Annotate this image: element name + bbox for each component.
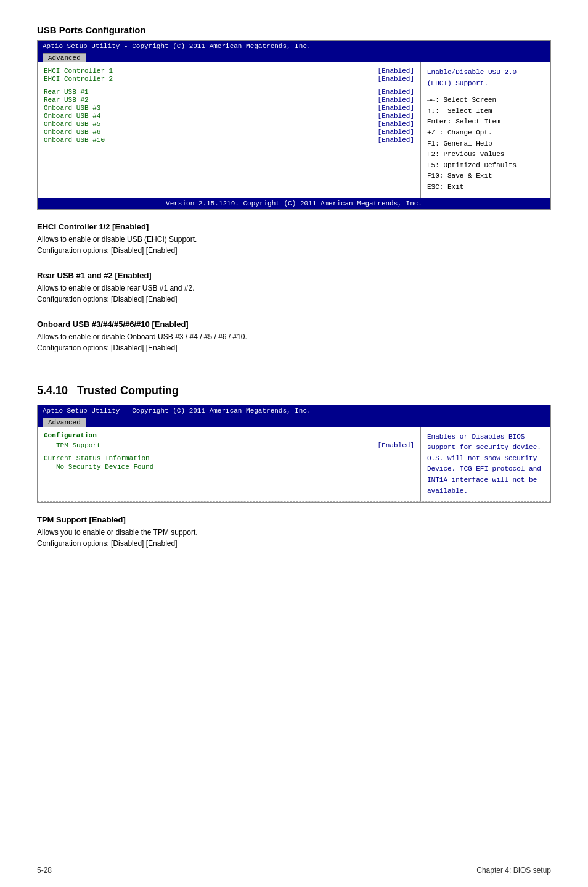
trusted-bios-tab[interactable]: Advanced — [43, 418, 86, 427]
trusted-tpm-label: TPM Support — [44, 442, 101, 449]
usb-ob5-label: Onboard USB #5 — [44, 120, 100, 128]
usb-help-text: Enable/Disable USB 2.0 (EHCI) Support. — [427, 67, 544, 89]
trusted-bios-left: Configuration TPM Support [Enabled] Curr… — [38, 427, 421, 502]
trusted-spacer — [44, 450, 414, 455]
key-f1: F1: General Help — [427, 139, 544, 150]
onboard-usb-subsection-title: Onboard USB #3/#4/#5/#6/#10 [Enabled] — [37, 320, 551, 329]
usb-bios-tab[interactable]: Advanced — [43, 53, 86, 62]
usb-ehci1-value: [Enabled] — [378, 67, 414, 75]
ehci-subsection-title: EHCI Controller 1/2 [Enabled] — [37, 222, 551, 231]
tpm-desc2: Configuration options: [Disabled] [Enabl… — [37, 538, 551, 549]
usb-rear2-value: [Enabled] — [378, 96, 414, 104]
usb-bios-body: EHCI Controller 1 [Enabled] EHCI Control… — [38, 62, 550, 198]
tpm-subsection: TPM Support [Enabled] Allows you to enab… — [37, 515, 551, 549]
tpm-subsection-title: TPM Support [Enabled] — [37, 515, 551, 524]
usb-ob10-label: Onboard USB #10 — [44, 136, 105, 144]
trusted-computing-title: 5.4.10 Trusted Computing — [37, 384, 551, 397]
usb-rear2-row: Rear USB #2 [Enabled] — [44, 96, 414, 104]
trusted-bios-tab-row: Advanced — [38, 416, 550, 427]
trusted-status-label: Current Status Information — [44, 455, 414, 462]
trusted-tpm-row: TPM Support [Enabled] — [44, 442, 414, 449]
usb-ehci1-label: EHCI Controller 1 — [44, 67, 113, 75]
trusted-help-text: Enables or Disables BIOS support for sec… — [427, 432, 544, 497]
trusted-bios-box: Aptio Setup Utility - Copyright (C) 2011… — [37, 405, 551, 503]
rear-usb-subsection: Rear USB #1 and #2 [Enabled] Allows to e… — [37, 271, 551, 305]
usb-spacer1 — [44, 83, 414, 88]
key-f2: F2: Previous Values — [427, 149, 544, 160]
usb-ob5-value: [Enabled] — [378, 120, 414, 128]
usb-ob3-label: Onboard USB #3 — [44, 104, 100, 112]
usb-ports-section: USB Ports Configuration Aptio Setup Util… — [37, 25, 551, 353]
usb-bios-tab-row: Advanced — [38, 52, 550, 62]
usb-ob6-value: [Enabled] — [378, 128, 414, 136]
usb-rear1-label: Rear USB #1 — [44, 88, 89, 96]
usb-bottom-spacer — [44, 144, 414, 169]
usb-ob3-row: Onboard USB #3 [Enabled] — [44, 104, 414, 112]
key-enter: Enter: Select Item — [427, 117, 544, 128]
usb-ob6-label: Onboard USB #6 — [44, 128, 100, 136]
usb-rear1-value: [Enabled] — [378, 88, 414, 96]
onboard-usb-subsection: Onboard USB #3/#4/#5/#6/#10 [Enabled] Al… — [37, 320, 551, 353]
usb-ob10-value: [Enabled] — [378, 136, 414, 144]
trusted-bios-header: Aptio Setup Utility - Copyright (C) 2011… — [38, 405, 550, 416]
usb-bios-left: EHCI Controller 1 [Enabled] EHCI Control… — [38, 62, 421, 198]
trusted-status-value: No Security Device Found — [44, 463, 414, 471]
usb-ob5-row: Onboard USB #5 [Enabled] — [44, 120, 414, 128]
trusted-bottom-spacer — [44, 471, 414, 483]
usb-bios-footer: Version 2.15.1219. Copyright (C) 2011 Am… — [38, 198, 550, 209]
page-number: 5-28 — [37, 866, 52, 875]
usb-rear2-label: Rear USB #2 — [44, 96, 89, 104]
ehci-subsection: EHCI Controller 1/2 [Enabled] Allows to … — [37, 222, 551, 256]
rear-usb-desc2: Configuration options: [Disabled] [Enabl… — [37, 294, 551, 305]
usb-ob10-row: Onboard USB #10 [Enabled] — [44, 136, 414, 144]
usb-bios-right: Enable/Disable USB 2.0 (EHCI) Support. →… — [421, 62, 550, 198]
onboard-usb-desc1: Allows to enable or disable Onboard USB … — [37, 331, 551, 342]
key-screen: →←: Select Screen — [427, 95, 544, 106]
trusted-bios-body: Configuration TPM Support [Enabled] Curr… — [38, 427, 550, 502]
key-change: +/-: Change Opt. — [427, 128, 544, 139]
key-f5: F5: Optimized Defaults — [427, 160, 544, 171]
usb-ehci2-row: EHCI Controller 2 [Enabled] — [44, 75, 414, 83]
usb-rear1-row: Rear USB #1 [Enabled] — [44, 88, 414, 96]
usb-bios-box: Aptio Setup Utility - Copyright (C) 2011… — [37, 40, 551, 210]
key-item: ↑↓: Select Item — [427, 106, 544, 117]
trusted-bios-separator — [38, 501, 550, 502]
rear-usb-desc1: Allows to enable or disable rear USB #1 … — [37, 283, 551, 294]
trusted-section-name: Trusted Computing — [77, 384, 179, 397]
usb-ob4-value: [Enabled] — [378, 112, 414, 120]
trusted-config-label: Configuration — [44, 432, 414, 439]
usb-ob4-label: Onboard USB #4 — [44, 112, 100, 120]
usb-bios-header: Aptio Setup Utility - Copyright (C) 2011… — [38, 41, 550, 52]
usb-ob3-value: [Enabled] — [378, 104, 414, 112]
usb-ehci1-row: EHCI Controller 1 [Enabled] — [44, 67, 414, 75]
ehci-desc1: Allows to enable or disable USB (EHCI) S… — [37, 234, 551, 245]
trusted-tpm-value: [Enabled] — [378, 442, 414, 449]
usb-ob4-row: Onboard USB #4 [Enabled] — [44, 112, 414, 120]
usb-ehci2-label: EHCI Controller 2 — [44, 75, 113, 83]
usb-ob6-row: Onboard USB #6 [Enabled] — [44, 128, 414, 136]
onboard-usb-desc2: Configuration options: [Disabled] [Enabl… — [37, 342, 551, 353]
usb-keys: →←: Select Screen ↑↓: Select Item Enter:… — [427, 95, 544, 192]
rear-usb-subsection-title: Rear USB #1 and #2 [Enabled] — [37, 271, 551, 280]
trusted-section-number: 5.4.10 — [37, 384, 68, 397]
usb-ports-title: USB Ports Configuration — [37, 25, 551, 35]
tpm-desc1: Allows you to enable or disable the TPM … — [37, 527, 551, 538]
trusted-computing-section: 5.4.10 Trusted Computing Aptio Setup Uti… — [37, 384, 551, 550]
page-footer: 5-28 Chapter 4: BIOS setup — [37, 862, 551, 875]
key-esc: ESC: Exit — [427, 182, 544, 193]
usb-ehci2-value: [Enabled] — [378, 75, 414, 83]
ehci-desc2: Configuration options: [Disabled] [Enabl… — [37, 245, 551, 256]
key-f10: F10: Save & Exit — [427, 171, 544, 182]
chapter-label: Chapter 4: BIOS setup — [476, 866, 551, 875]
trusted-bios-right: Enables or Disables BIOS support for sec… — [421, 427, 550, 502]
